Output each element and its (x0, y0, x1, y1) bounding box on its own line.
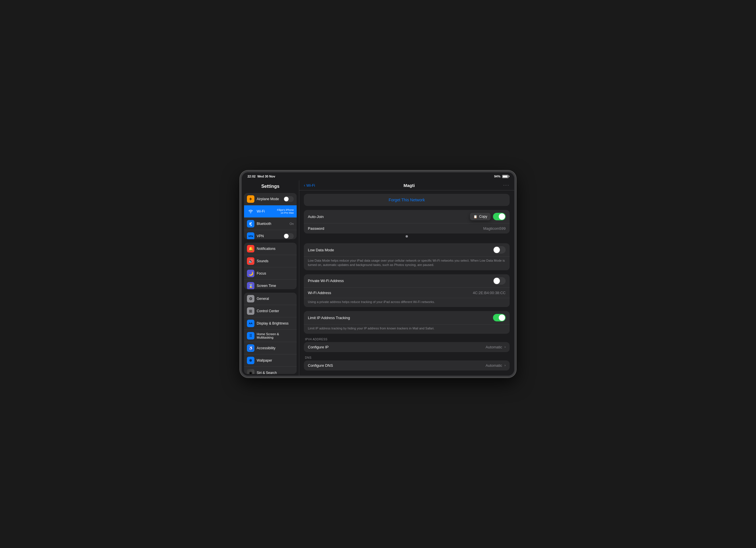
low-data-card: Low Data Mode Low Data Mode helps reduce… (304, 243, 510, 270)
sidebar-item-sounds[interactable]: 🔊 Sounds (244, 255, 297, 268)
siri-icon: ◉ (247, 369, 254, 374)
main-content: Settings ✈ Airplane Mode (242, 180, 514, 376)
forget-network-button[interactable]: Forget This Network (304, 194, 510, 206)
limit-ip-toggle[interactable] (493, 314, 506, 321)
ipv4-section: IPV4 ADDRESS Configure IP Automatic › (304, 338, 510, 352)
ip-tracking-section: Limit IP Address Tracking Limit IP addre… (304, 311, 510, 333)
more-dots[interactable]: ··· (503, 183, 510, 188)
airplane-toggle[interactable] (283, 196, 294, 202)
vpn-toggle[interactable] (283, 233, 294, 239)
bluetooth-value: On (289, 222, 294, 226)
display-icon: AA (247, 320, 254, 327)
home-screen-icon: ⠿ (247, 332, 254, 339)
wifi-address-label: Wi-Fi Address (308, 291, 331, 295)
password-value: Magticom599 (483, 226, 506, 231)
wallpaper-label: Wallpaper (257, 358, 294, 362)
wallpaper-icon: ❄ (247, 357, 254, 364)
configure-dns-value: Automatic (486, 363, 502, 368)
sidebar-title: Settings (242, 180, 299, 191)
sidebar-item-airplane-mode[interactable]: ✈ Airplane Mode (244, 193, 297, 205)
configure-dns-right: Automatic › (486, 363, 506, 368)
back-button[interactable]: ‹ Wi-Fi (304, 183, 315, 188)
settings-group-connectivity: ✈ Airplane Mode Wi-Fi Filipe's iPhone 1 (244, 193, 297, 239)
wifi-address-row: Wi-Fi Address 4C:2E:B4:00:38:CC (304, 288, 510, 298)
back-label: Wi-Fi (306, 183, 315, 188)
configure-ip-row[interactable]: Configure IP Automatic › (304, 342, 510, 352)
private-wifi-description: Using a private address helps reduce tra… (304, 298, 510, 307)
home-screen-label: Home Screen & Multitasking (257, 332, 294, 339)
auto-join-section: Auto-Join 📋 Copy (304, 210, 510, 239)
ipv4-card: Configure IP Automatic › (304, 342, 510, 352)
sidebar-item-bluetooth[interactable]: Bluetooth On (244, 218, 297, 230)
sidebar-item-vpn[interactable]: VPN VPN (244, 230, 297, 239)
battery-percent: 94% (494, 175, 500, 178)
auto-join-toggle[interactable] (493, 213, 506, 220)
auto-join-right: 📋 Copy (470, 213, 506, 220)
private-wifi-label: Private Wi-Fi Address (308, 278, 344, 283)
bottom-scroll-indicator (304, 374, 510, 376)
dns-section: DNS Configure DNS Automatic › (304, 356, 510, 370)
scroll-indicator-area (304, 234, 510, 239)
focus-icon: 🌙 (247, 270, 254, 277)
sidebar-item-home-screen[interactable]: ⠿ Home Screen & Multitasking (244, 330, 297, 342)
sidebar-item-screen-time[interactable]: ⌛ Screen Time (244, 280, 297, 289)
dns-section-label: DNS (304, 356, 510, 360)
sidebar-item-control-center[interactable]: ⊞ Control Center (244, 305, 297, 317)
forget-network-label: Forget This Network (389, 198, 425, 202)
detail-topbar: ‹ Wi-Fi Magti ··· (299, 180, 514, 191)
private-wifi-toggle[interactable] (493, 277, 506, 284)
limit-ip-row: Limit IP Address Tracking (304, 311, 510, 324)
notifications-icon: 🔔 (247, 245, 254, 253)
configure-dns-label: Configure DNS (308, 363, 333, 368)
low-data-toggle[interactable] (493, 246, 506, 254)
password-label: Password (308, 226, 324, 231)
vpn-icon: VPN (247, 232, 254, 239)
wifi-value: Filipe's iPhone 14 Pro Max (274, 209, 294, 214)
copy-popup[interactable]: 📋 Copy (470, 213, 491, 220)
sidebar-item-wallpaper[interactable]: ❄ Wallpaper (244, 354, 297, 367)
wifi-label: Wi-Fi (257, 210, 274, 214)
limit-ip-label: Limit IP Address Tracking (308, 316, 350, 320)
limit-ip-description: Limit IP address tracking by hiding your… (304, 324, 510, 333)
date: Wed 30 Nov (257, 175, 275, 178)
sidebar-item-accessibility[interactable]: ♿ Accessibility (244, 342, 297, 354)
low-data-label: Low Data Mode (308, 248, 334, 252)
detail-panel: ‹ Wi-Fi Magti ··· Forget This Network Au… (299, 180, 514, 376)
configure-dns-row[interactable]: Configure DNS Automatic › (304, 360, 510, 370)
auto-join-row: Auto-Join 📋 Copy (304, 210, 510, 224)
settings-group-preferences: ⚙ General ⊞ Control Center AA Display & … (244, 293, 297, 374)
airplane-mode-label: Airplane Mode (257, 197, 283, 201)
copy-icon: 📋 (473, 215, 477, 219)
display-label: Display & Brightness (257, 321, 294, 325)
sounds-label: Sounds (257, 259, 294, 263)
privacy-section: Private Wi-Fi Address Wi-Fi Address 4C:2… (304, 274, 510, 307)
sidebar-item-general[interactable]: ⚙ General (244, 293, 297, 305)
low-data-row: Low Data Mode (304, 243, 510, 257)
sidebar-item-siri-search[interactable]: ◉ Siri & Search (244, 367, 297, 374)
configure-ip-label: Configure IP (308, 345, 329, 349)
detail-title: Magti (404, 183, 415, 188)
sounds-icon: 🔊 (247, 257, 254, 265)
scroll-dot (406, 235, 408, 238)
status-bar: 22:02 Wed 30 Nov 94% (242, 172, 514, 180)
sidebar-item-display-brightness[interactable]: AA Display & Brightness (244, 317, 297, 330)
screen-time-icon: ⌛ (247, 282, 254, 289)
configure-ip-right: Automatic › (486, 345, 506, 349)
general-label: General (257, 297, 294, 301)
status-right: 94% (494, 175, 509, 178)
dns-card: Configure DNS Automatic › (304, 360, 510, 370)
auto-join-card: Auto-Join 📋 Copy (304, 210, 510, 234)
ipv4-section-label: IPV4 ADDRESS (304, 338, 510, 342)
ipad-frame: 22:02 Wed 30 Nov 94% Settings ✈ Airplane… (240, 171, 516, 377)
password-row[interactable]: Password Magticom599 (304, 224, 510, 234)
screen-time-label: Screen Time (257, 284, 294, 288)
sidebar-item-notifications[interactable]: 🔔 Notifications (244, 243, 297, 255)
configure-dns-chevron: › (504, 363, 506, 367)
sidebar-item-focus[interactable]: 🌙 Focus (244, 268, 297, 280)
auto-join-label: Auto-Join (308, 215, 324, 219)
sidebar-item-wifi[interactable]: Wi-Fi Filipe's iPhone 14 Pro Max (244, 205, 297, 218)
battery-fill (503, 176, 508, 178)
settings-group-system: 🔔 Notifications 🔊 Sounds 🌙 Focus ⌛ Scree… (244, 243, 297, 289)
low-data-description: Low Data Mode helps reduce your iPad dat… (304, 257, 510, 270)
control-center-label: Control Center (257, 309, 294, 313)
